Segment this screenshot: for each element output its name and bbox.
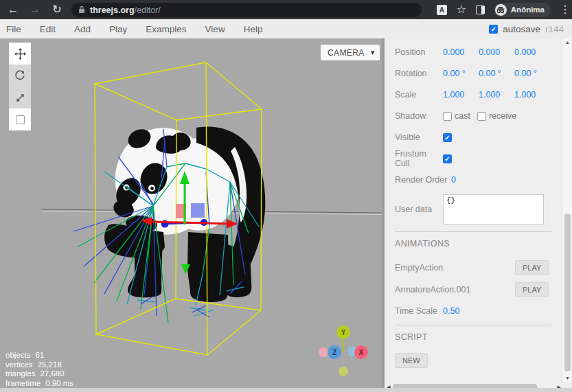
translate-tool-icon	[14, 48, 26, 60]
axis-y-label: Y	[341, 329, 346, 336]
render-order-row: Render Order 0	[395, 172, 551, 187]
vertical-scrollbar-thumb[interactable]	[564, 214, 571, 371]
shadow-receive-label: receive	[489, 111, 516, 121]
browser-toolbar: ← → ↻ threejs.org/editor/ A ☆	[0, 0, 572, 19]
side-panel-icon[interactable]	[476, 5, 485, 14]
section-divider	[395, 231, 551, 232]
window-bottom-edge	[0, 388, 572, 392]
animations-header: ANIMATIONS	[395, 239, 551, 251]
rotate-tool-icon	[14, 70, 25, 81]
scene-render: Z Y X	[0, 38, 382, 388]
animation-name: ArmatureAction.001	[395, 285, 515, 295]
incognito-icon	[495, 4, 507, 16]
incognito-profile-chip[interactable]: Anônima	[494, 3, 551, 17]
camera-select-value: CAMERA	[328, 48, 365, 58]
scale-y-input[interactable]: 1.000	[479, 90, 514, 100]
back-icon[interactable]: ←	[5, 0, 21, 19]
stat-frametime: frametime0.90 ms	[5, 379, 73, 389]
chevron-down-icon: ▾	[371, 48, 375, 57]
menu-help[interactable]: Help	[244, 24, 263, 34]
user-data-textarea[interactable]: {}	[443, 194, 544, 224]
rotation-label: Rotation	[395, 69, 443, 78]
visible-label: Visible	[395, 132, 443, 142]
user-data-label: User data	[395, 205, 443, 214]
profile-name: Anônima	[511, 5, 545, 14]
autosave-checkbox[interactable]: ✓	[489, 25, 498, 34]
scale-x-input[interactable]: 1.000	[443, 90, 479, 100]
scale-tool-icon	[15, 93, 25, 103]
position-row: Position 0.000 0.000 0.000	[395, 45, 551, 60]
frustum-cull-checkbox[interactable]: ✓	[443, 154, 452, 163]
script-header: SCRIPT	[395, 332, 551, 345]
play-button[interactable]: PLAY	[515, 260, 549, 275]
shadow-cast-checkbox[interactable]	[443, 112, 452, 121]
local-space-checkbox[interactable]	[16, 115, 25, 124]
menu-play[interactable]: Play	[109, 24, 127, 34]
url-text: threejs.org/editor/	[90, 3, 161, 16]
position-y-input[interactable]: 0.000	[479, 47, 514, 57]
rotation-y-input[interactable]: 0.00 °	[479, 69, 514, 78]
rotation-x-input[interactable]: 0.00 °	[443, 69, 479, 78]
animation-row: ArmatureAction.001 PLAY	[395, 281, 551, 298]
transform-toolbar	[9, 43, 31, 130]
position-x-input[interactable]: 0.000	[443, 47, 479, 57]
new-script-button[interactable]: NEW	[395, 353, 428, 368]
section-divider	[395, 325, 551, 325]
rotation-z-input[interactable]: 0.00 °	[514, 69, 550, 78]
scale-z-input[interactable]: 1.000	[514, 90, 550, 100]
url-path: /editor/	[135, 5, 161, 15]
address-bar[interactable]: threejs.org/editor/	[71, 3, 422, 17]
browser-actions: A ☆ Anônima ⋮	[437, 0, 567, 19]
rotation-row: Rotation 0.00 ° 0.00 ° 0.00 °	[395, 66, 551, 81]
animation-name: EmptyAction	[395, 263, 515, 273]
menu-examples[interactable]: Examples	[146, 24, 186, 34]
vertical-scrollbar[interactable]: ▲ ▼	[563, 38, 572, 382]
url-host: threejs.org	[90, 5, 135, 15]
position-label: Position	[395, 47, 443, 57]
play-button[interactable]: PLAY	[515, 282, 549, 297]
shadow-cast-label: cast	[455, 111, 470, 121]
render-order-label: Render Order	[395, 175, 451, 185]
animation-row: EmptyAction PLAY	[395, 260, 551, 276]
scale-tool-button[interactable]	[9, 87, 31, 108]
menu-view[interactable]: View	[205, 24, 225, 34]
menu-add[interactable]: Add	[74, 24, 91, 34]
frustum-cull-row: Frustum Cull ✓	[395, 151, 551, 166]
editor-menubar: File Edit Add Play Examples View Help ✓ …	[0, 19, 572, 38]
render-order-input[interactable]: 0	[451, 175, 456, 185]
user-data-row: User data {}	[395, 194, 551, 225]
object-properties-panel: Position 0.000 0.000 0.000 Rotation 0.00…	[385, 38, 572, 392]
forward-icon[interactable]: →	[27, 0, 43, 19]
reload-icon[interactable]: ↻	[49, 0, 65, 19]
visible-row: Visible ✓	[395, 130, 551, 145]
translate-icon[interactable]: A	[437, 5, 447, 15]
shadow-label: Shadow	[395, 111, 443, 121]
menu-file[interactable]: File	[6, 24, 21, 34]
visible-checkbox[interactable]: ✓	[443, 133, 452, 142]
axes-helper[interactable]: Z Y X	[319, 325, 368, 376]
local-space-toggle[interactable]	[9, 108, 31, 130]
autosave-label: autosave	[503, 24, 540, 34]
rotate-tool-button[interactable]	[9, 65, 31, 87]
stat-objects: objects61	[5, 351, 73, 360]
revision-label: r144	[545, 24, 564, 34]
browser-window: ← → ↻ threejs.org/editor/ A ☆	[0, 0, 572, 392]
shadow-receive-checkbox[interactable]	[477, 112, 486, 121]
bookmark-star-icon[interactable]: ☆	[456, 0, 467, 19]
render-stats: objects61 vertices25,218 triangles27,680…	[5, 351, 73, 388]
menu-edit[interactable]: Edit	[40, 24, 56, 34]
position-z-input[interactable]: 0.000	[514, 47, 550, 57]
translate-tool-button[interactable]	[9, 43, 31, 65]
time-scale-input[interactable]: 0.50	[443, 306, 459, 316]
stat-vertices: vertices25,218	[5, 360, 73, 370]
time-scale-row: Time Scale 0.50	[395, 303, 551, 319]
browser-menu-icon[interactable]: ⋮	[560, 0, 567, 19]
viewport-canvas[interactable]: Z Y X	[0, 38, 382, 392]
axis-neg-x	[319, 347, 328, 357]
scroll-up-icon[interactable]: ▲	[563, 38, 572, 47]
axis-x-label: X	[359, 349, 364, 356]
frustum-cull-label: Frustum Cull	[395, 149, 443, 168]
shadow-row: Shadow cast receive	[395, 108, 551, 124]
scroll-down-icon[interactable]: ▼	[563, 374, 572, 382]
camera-select[interactable]: CAMERA ▾	[321, 45, 380, 60]
